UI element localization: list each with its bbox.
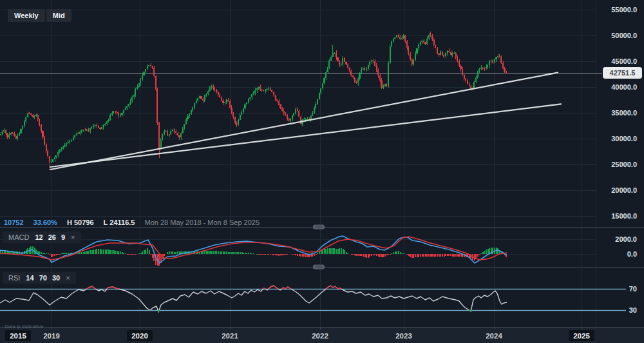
macd-histogram-bar — [433, 254, 435, 257]
macd-histogram-bar — [270, 254, 271, 255]
candle-body — [303, 119, 305, 120]
instrument-value: 10752 — [4, 219, 24, 226]
candle-body — [494, 59, 495, 62]
candlestick-layer — [0, 32, 507, 170]
candle-body — [57, 152, 59, 156]
candle-body — [430, 35, 431, 35]
candle-wick — [439, 53, 439, 57]
candle-body — [231, 108, 232, 113]
candle-body — [495, 57, 497, 59]
macd-histogram-bar — [373, 254, 374, 255]
candle-wick — [491, 59, 491, 63]
macd-histogram-bar — [149, 250, 150, 254]
candle-body — [202, 99, 204, 101]
macd-histogram-bar — [86, 251, 88, 254]
macd-histogram-bar — [147, 248, 148, 254]
candle-body — [49, 156, 50, 162]
macd-histogram-bar — [287, 254, 288, 255]
macd-histogram-bar — [460, 254, 462, 257]
candle-body — [196, 101, 197, 103]
candle-body — [115, 112, 116, 112]
candle-body — [473, 82, 475, 88]
candle-wick — [267, 88, 267, 92]
candle-body — [396, 35, 397, 37]
candle-body — [462, 69, 463, 75]
pane-resize-grip[interactable] — [313, 265, 325, 270]
macd-histogram-bar — [206, 251, 207, 254]
macd-indicator-label[interactable]: MACD 12 26 9 × — [3, 231, 81, 243]
macd-histogram-bar — [329, 248, 330, 254]
year-label: 2025 — [573, 332, 590, 340]
macd-histogram-bar — [81, 252, 82, 254]
candle-body — [224, 103, 225, 103]
rsi-axis-tick: 70 — [629, 285, 637, 293]
rsi-close-icon[interactable]: × — [66, 275, 70, 281]
candle-body — [131, 97, 133, 101]
macd-histogram-bar — [371, 254, 372, 256]
macd-histogram-bar — [276, 254, 278, 255]
candle-body — [22, 126, 23, 129]
candle-body — [88, 130, 89, 132]
macd-histogram-bar — [103, 250, 104, 255]
candle-body — [293, 113, 294, 115]
macd-histogram-bar — [482, 252, 484, 254]
macd-histogram-bar — [425, 254, 426, 257]
macd-histogram-bar — [314, 254, 315, 256]
chart-style-button-mid[interactable]: Mid — [46, 9, 71, 22]
macd-close-icon[interactable]: × — [71, 234, 75, 240]
macd-histogram-bar — [359, 254, 361, 256]
macd-histogram-bar — [231, 252, 232, 254]
candle-body — [260, 87, 261, 90]
macd-histogram-bar — [479, 254, 480, 255]
candle-body — [0, 134, 1, 135]
macd-histogram-bar — [431, 254, 433, 257]
macd-histogram-bar — [378, 254, 379, 257]
year-label: 2021 — [222, 332, 238, 340]
macd-histogram-bar — [111, 250, 113, 254]
macd-histogram-bar — [346, 252, 347, 254]
candle-body — [312, 113, 313, 115]
candle-body — [204, 95, 205, 101]
candle-body — [278, 101, 279, 105]
candle-body — [158, 122, 160, 149]
candle-body — [33, 116, 35, 117]
candle-body — [6, 133, 8, 138]
candle-body — [386, 84, 387, 85]
candle-body — [332, 53, 334, 57]
instrument-info-bar: 10752 33.60% H 50796 L 24116.5 Mon 28 Ma… — [4, 219, 260, 226]
macd-histogram-bar — [354, 254, 355, 255]
candle-body — [108, 120, 109, 121]
candle-body — [123, 110, 124, 113]
candle-body — [327, 67, 328, 72]
candle-body — [406, 41, 408, 48]
candle-body — [74, 135, 75, 137]
macd-histogram-bar — [174, 252, 175, 255]
macd-histogram-bar — [400, 252, 401, 254]
trendline[interactable] — [50, 104, 561, 167]
candle-body — [24, 121, 25, 126]
candle-body — [491, 61, 492, 61]
candle-body — [448, 51, 450, 52]
price-axis-tick: 55000.0 — [611, 6, 637, 14]
candle-body — [420, 42, 421, 44]
macd-histogram-bar — [43, 253, 44, 255]
macd-histogram-bar — [152, 254, 153, 258]
candle-body — [41, 125, 42, 131]
candle-body — [350, 72, 352, 75]
chart-canvas[interactable]: 55000.050000.045000.040000.035000.030000… — [0, 0, 644, 343]
candle-body — [46, 144, 47, 151]
macd-histogram-bar — [240, 252, 241, 254]
macd-histogram-bar — [117, 251, 118, 254]
macd-histogram-bar — [349, 254, 350, 255]
candle-body — [187, 116, 188, 119]
price-axis-tick: 20000.0 — [611, 186, 637, 194]
candle-body — [289, 119, 290, 121]
candle-body — [421, 41, 422, 42]
rsi-indicator-label[interactable]: RSI 14 70 30 × — [3, 272, 76, 284]
macd-histogram-bar — [426, 254, 428, 257]
candle-body — [214, 88, 215, 90]
macd-histogram-bar — [109, 250, 111, 254]
macd-histogram-bar — [386, 254, 388, 255]
pane-resize-grip[interactable] — [313, 225, 325, 230]
timeframe-button-weekly[interactable]: Weekly — [8, 9, 45, 22]
